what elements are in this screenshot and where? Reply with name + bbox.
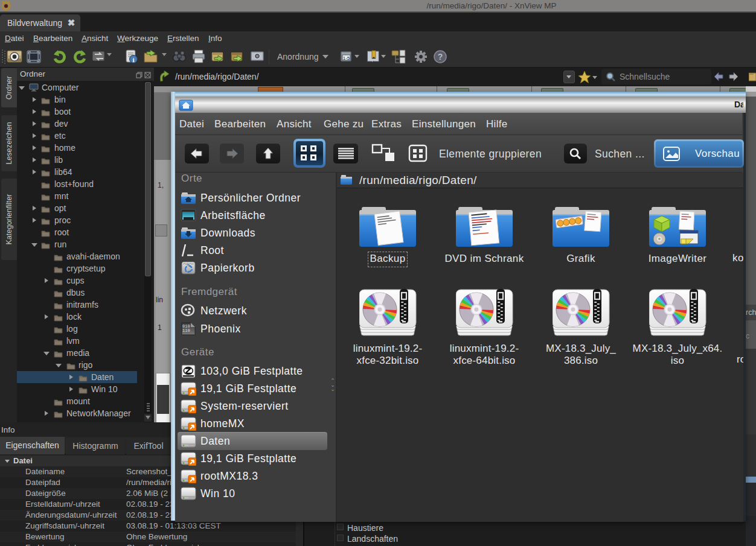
svg-text:i: i xyxy=(132,56,134,63)
svg-text:?: ? xyxy=(438,52,443,62)
svg-text:1-5: 1-5 xyxy=(343,56,350,61)
svg-text:110: 110 xyxy=(182,328,190,333)
